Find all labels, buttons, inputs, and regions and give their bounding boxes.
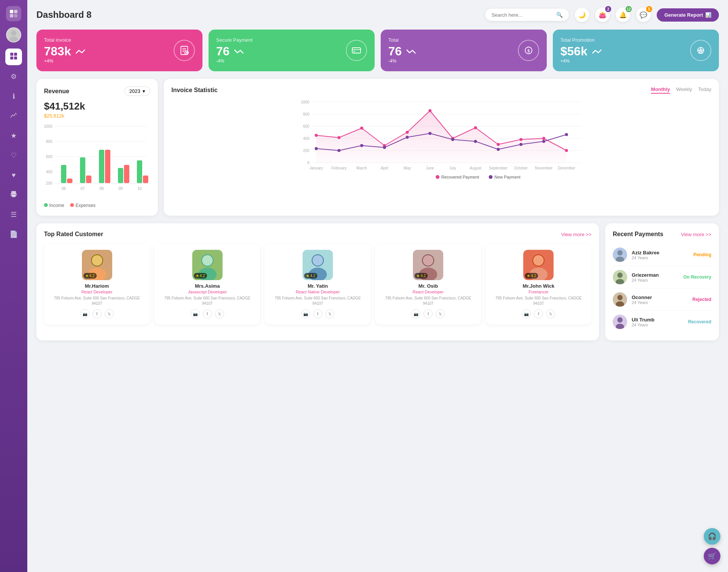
support-float-button[interactable]: 🎧 bbox=[704, 528, 720, 545]
invoice-card: Invoice Statistic Monthly Weekly Today 1… bbox=[164, 79, 719, 216]
customer-avatar-2: ★4.2 bbox=[192, 250, 223, 280]
instagram-icon-4[interactable]: 📷 bbox=[411, 309, 420, 318]
customer-addr-2: 795 Folsom Ave, Suite 600 San Francisco,… bbox=[159, 296, 256, 306]
instagram-icon-2[interactable]: 📷 bbox=[191, 309, 200, 318]
sidebar-item-menu[interactable]: ☰ bbox=[5, 206, 22, 223]
invoice-tabs: Monthly Weekly Today bbox=[651, 86, 711, 94]
instagram-icon-5[interactable]: 📷 bbox=[522, 309, 531, 318]
sidebar-item-info[interactable]: ℹ bbox=[5, 88, 22, 105]
bell-button[interactable]: 🔔 12 bbox=[616, 8, 630, 22]
payment-avatar-4 bbox=[613, 315, 627, 329]
customer-avatar-3: ★4.2 bbox=[303, 250, 333, 280]
dark-mode-button[interactable]: 🌙 bbox=[575, 8, 589, 22]
svg-text:600: 600 bbox=[303, 124, 309, 129]
twitter-icon-4[interactable]: 𝕏 bbox=[436, 309, 445, 318]
year-select[interactable]: 2023 ▾ bbox=[124, 86, 150, 96]
bottom-row: Top Rated Customer View more >> ★4. bbox=[36, 223, 719, 340]
payment-sub-4: 24 Years bbox=[632, 323, 654, 327]
instagram-icon-1[interactable]: 📷 bbox=[80, 309, 89, 318]
customer-role-1: React Developer bbox=[49, 290, 145, 294]
customer-name-3: Mr. Yatin bbox=[269, 283, 366, 289]
customer-card-2: ★4.2 Mrs.Asima Javascript Developer 795 … bbox=[154, 244, 260, 324]
payment-item-3: Oconner 24 Years Rejected bbox=[613, 288, 711, 311]
facebook-icon-1[interactable]: f bbox=[93, 309, 102, 318]
svg-text:January: January bbox=[309, 166, 323, 170]
svg-point-80 bbox=[360, 144, 363, 147]
sidebar-item-settings[interactable]: ⚙ bbox=[5, 68, 22, 85]
svg-point-88 bbox=[542, 140, 545, 143]
twitter-icon-2[interactable]: 𝕏 bbox=[215, 309, 224, 318]
search-input[interactable] bbox=[491, 12, 553, 18]
instagram-icon-3[interactable]: 📷 bbox=[301, 309, 310, 318]
wallet-button[interactable]: 👛 2 bbox=[595, 8, 610, 22]
chart-legend: Income Expenses bbox=[44, 203, 150, 208]
customers-view-more[interactable]: View more >> bbox=[561, 232, 592, 237]
payments-view-more[interactable]: View more >> bbox=[681, 232, 711, 237]
payment-sub-2: 24 Years bbox=[632, 278, 659, 282]
avatar[interactable] bbox=[6, 27, 21, 42]
svg-point-77 bbox=[565, 149, 568, 152]
svg-text:September: September bbox=[489, 166, 508, 170]
svg-text:200: 200 bbox=[46, 181, 52, 185]
sidebar-item-analytics[interactable] bbox=[5, 108, 22, 124]
payment-info-2: Griezerman 24 Years bbox=[632, 272, 659, 282]
svg-point-67 bbox=[337, 136, 340, 139]
sidebar-item-loved[interactable]: ♥ bbox=[5, 167, 22, 183]
twitter-icon-5[interactable]: 𝕏 bbox=[546, 309, 555, 318]
svg-point-102 bbox=[436, 175, 439, 179]
svg-text:April: April bbox=[381, 166, 388, 170]
sidebar-item-liked[interactable]: ♡ bbox=[5, 147, 22, 164]
sidebar-item-documents[interactable]: 📄 bbox=[5, 226, 22, 243]
svg-rect-8 bbox=[10, 56, 13, 60]
tab-monthly[interactable]: Monthly bbox=[651, 86, 670, 94]
sidebar-logo[interactable] bbox=[6, 6, 21, 21]
svg-text:800: 800 bbox=[303, 112, 309, 116]
header-right: 🔍 🌙 👛 2 🔔 12 💬 5 Generate Report 📊 bbox=[485, 8, 719, 22]
svg-point-75 bbox=[519, 138, 522, 141]
stat-change: -4% bbox=[216, 58, 253, 64]
svg-rect-40 bbox=[86, 176, 91, 183]
search-box: 🔍 bbox=[485, 9, 569, 21]
expenses-legend: Expenses bbox=[70, 203, 96, 208]
generate-report-button[interactable]: Generate Report 📊 bbox=[657, 8, 719, 22]
svg-point-73 bbox=[474, 126, 477, 129]
twitter-icon-1[interactable]: 𝕏 bbox=[105, 309, 114, 318]
svg-point-78 bbox=[315, 147, 318, 150]
svg-point-4 bbox=[11, 30, 16, 36]
svg-rect-43 bbox=[118, 168, 123, 183]
facebook-icon-5[interactable]: f bbox=[534, 309, 543, 318]
customer-role-2: Javascript Developer bbox=[159, 290, 256, 294]
sidebar-item-print[interactable] bbox=[5, 186, 22, 203]
charts-row: Revenue 2023 ▾ $41,512k $25,612k 1000 80… bbox=[36, 79, 719, 216]
svg-point-87 bbox=[519, 143, 522, 146]
chevron-down-icon: ▾ bbox=[143, 88, 145, 94]
svg-text:800: 800 bbox=[46, 139, 52, 144]
svg-text:09: 09 bbox=[118, 186, 123, 191]
stat-card-payment: Secure Payment 76 -4% bbox=[209, 30, 375, 71]
twitter-icon-3[interactable]: 𝕏 bbox=[325, 309, 334, 318]
facebook-icon-2[interactable]: f bbox=[203, 309, 212, 318]
svg-rect-9 bbox=[14, 56, 17, 60]
facebook-icon-3[interactable]: f bbox=[313, 309, 322, 318]
svg-text:July: July bbox=[449, 166, 456, 170]
stats-row: Total invoice 783k +4% bbox=[36, 30, 719, 71]
facebook-icon-4[interactable]: f bbox=[424, 309, 433, 318]
tab-today[interactable]: Today bbox=[698, 86, 711, 94]
bell-badge: 12 bbox=[626, 6, 632, 12]
heart-icon: ♥ bbox=[12, 171, 16, 179]
sidebar-item-dashboard[interactable] bbox=[5, 49, 22, 65]
customer-addr-4: 795 Folsom Ave, Suite 600 San Francisco,… bbox=[380, 296, 477, 306]
stat-value: $56k bbox=[560, 44, 601, 58]
stat-value: 76 bbox=[216, 44, 253, 58]
wallet-badge: 2 bbox=[605, 6, 611, 12]
sidebar-item-favorites[interactable]: ★ bbox=[5, 127, 22, 144]
customer-name-2: Mrs.Asima bbox=[159, 283, 256, 289]
chat-button[interactable]: 💬 5 bbox=[636, 8, 651, 22]
svg-text:400: 400 bbox=[303, 136, 309, 141]
social-icons-3: 📷 f 𝕏 bbox=[269, 309, 366, 318]
cart-float-button[interactable]: 🛒 bbox=[704, 548, 720, 564]
svg-rect-42 bbox=[105, 150, 110, 183]
stat-change: +4% bbox=[44, 58, 85, 64]
tab-weekly[interactable]: Weekly bbox=[676, 86, 692, 94]
svg-text:0: 0 bbox=[307, 161, 309, 165]
